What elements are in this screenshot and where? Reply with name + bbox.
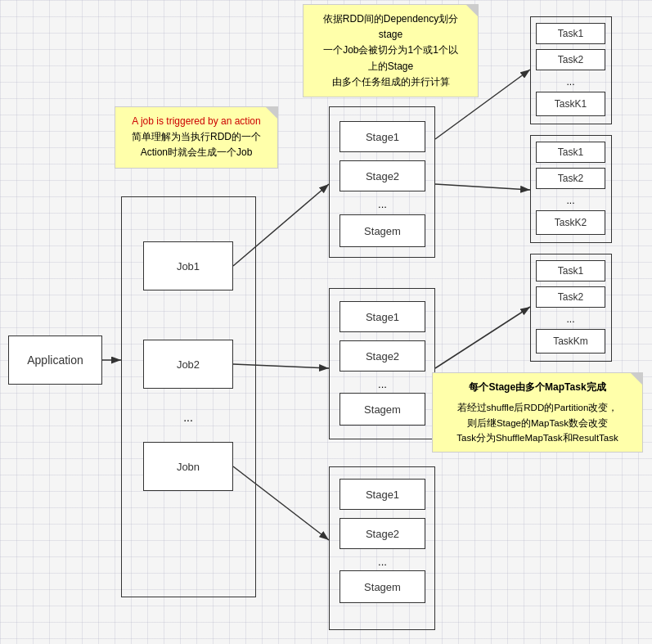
note-task-line1: 每个Stage由多个MapTask完成 (441, 380, 634, 395)
note-task-line2: 若经过shuffle后RDD的Partition改变， (441, 400, 634, 415)
note-stage-line1: 依据RDD间的Dependency划分 (312, 11, 470, 27)
note-stage-line2: stage (312, 27, 470, 43)
jobn-box: Jobn (143, 442, 233, 491)
job2-box: Job2 (143, 340, 233, 389)
note-stage-line3: 一个Job会被切分为1个或1个以 (312, 43, 470, 58)
note-stage: 依据RDD间的Dependency划分 stage 一个Job会被切分为1个或1… (303, 4, 479, 97)
job1-label: Job1 (177, 260, 200, 272)
job2-label: Job2 (177, 358, 200, 371)
stage1-1: Stage1 (339, 121, 425, 152)
stage-ellipsis-2: ... (339, 376, 425, 391)
jobn-label: Jobn (177, 461, 200, 473)
stage1-3: Stage1 (339, 479, 425, 510)
note-task-line4: Task分为ShuffleMapTask和ResultTask (441, 430, 634, 445)
diagram: Application Job1 Job2 ... Jobn Stage1 St… (0, 0, 652, 644)
task1-3: Task1 (536, 260, 605, 281)
stage-ellipsis-1: ... (339, 196, 425, 211)
jobs-ellipsis: ... (143, 405, 233, 430)
note-stage-line4: 上的Stage (312, 59, 470, 74)
task2-1: Task2 (536, 49, 605, 70)
taskk2: TaskK2 (536, 210, 605, 235)
job1-box: Job1 (143, 241, 233, 290)
stage2-1: Stage2 (339, 160, 425, 191)
stagem-1: Stagem (339, 214, 425, 247)
task-ellipsis-1: ... (536, 75, 605, 88)
note-job: A job is triggered by an action 简单理解为当执行… (115, 106, 278, 169)
task1-1: Task1 (536, 23, 605, 44)
task-ellipsis-2: ... (536, 194, 605, 207)
task2-2: Task2 (536, 168, 605, 189)
note-job-line2: 简单理解为当执行RDD的一个 (124, 129, 269, 145)
note-task: 每个Stage由多个MapTask完成 若经过shuffle后RDD的Parti… (432, 372, 643, 453)
application-box: Application (8, 336, 102, 385)
taskkm: TaskKm (536, 329, 605, 354)
task-ellipsis-3: ... (536, 313, 605, 326)
note-job-line3: Action时就会生成一个Job (124, 145, 269, 160)
note-job-line1: A job is triggered by an action (124, 114, 269, 129)
stage-ellipsis-3: ... (339, 554, 425, 569)
svg-line-6 (435, 184, 530, 190)
task2-3: Task2 (536, 286, 605, 308)
task1-2: Task1 (536, 142, 605, 163)
stagem-3: Stagem (339, 570, 425, 603)
taskk1: TaskK1 (536, 92, 605, 116)
stage2-2: Stage2 (339, 340, 425, 372)
application-label: Application (27, 354, 83, 367)
stagem-2: Stagem (339, 393, 425, 426)
svg-line-7 (435, 307, 530, 368)
stage1-2: Stage1 (339, 301, 425, 332)
stage2-3: Stage2 (339, 518, 425, 549)
note-stage-line5: 由多个任务组成的并行计算 (312, 74, 470, 90)
note-task-line3: 则后继Stage的MapTask数会改变 (441, 416, 634, 430)
